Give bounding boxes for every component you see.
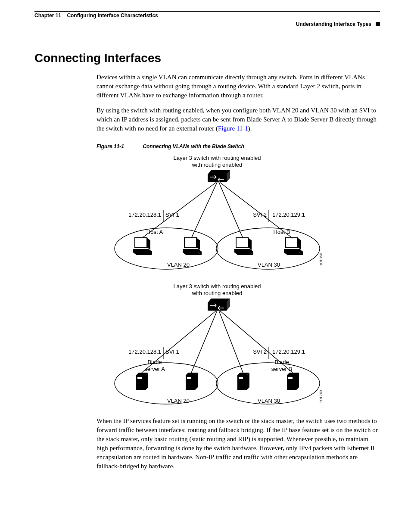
- svg-marker-68: [296, 373, 299, 390]
- paragraph-3: When the IP services feature set is runn…: [97, 417, 380, 471]
- switch-icon: [208, 170, 230, 182]
- d1-title-line1: Layer 3 switch with routing enabled: [173, 155, 261, 161]
- section-breadcrumb: Understanding Interface Types: [296, 21, 371, 27]
- d1-hosta: Host A: [146, 229, 163, 235]
- svg-rect-61: [187, 377, 191, 379]
- computer-icon: [234, 238, 253, 255]
- svg-rect-34: [284, 249, 299, 252]
- svg-rect-57: [137, 377, 142, 379]
- svg-marker-18: [147, 238, 150, 250]
- header-marker-icon: [376, 22, 380, 26]
- server-icon: [186, 373, 198, 390]
- figure-title: Connecting VLANs with the Blade Switch: [143, 143, 244, 149]
- figure-caption: Figure 11-1 Connecting VLANs with the Bl…: [97, 143, 380, 149]
- svg-rect-19: [133, 249, 149, 252]
- d1-svi2: SVI 2: [253, 212, 267, 218]
- svg-rect-27: [236, 238, 248, 247]
- svg-rect-38: [208, 303, 227, 311]
- svg-marker-37: [208, 299, 230, 303]
- figure-diagram-2: Layer 3 switch with routing enabled with…: [97, 282, 380, 411]
- svg-marker-64: [247, 373, 249, 390]
- svg-rect-24: [183, 249, 198, 252]
- svg-marker-23: [196, 238, 200, 250]
- switch-icon: [208, 299, 230, 311]
- d2-vlan30: VLAN 30: [258, 398, 280, 404]
- header-rule: [34, 11, 380, 12]
- computer-icon: [133, 238, 152, 255]
- svg-point-52: [115, 363, 218, 404]
- svg-rect-32: [286, 238, 298, 247]
- d2-ip2: 172.20.129.1: [272, 348, 305, 355]
- svg-marker-0: [208, 170, 230, 174]
- svg-rect-17: [135, 238, 147, 247]
- server-icon: [237, 373, 249, 390]
- document-page: Chapter 11 Configuring Interface Charact…: [0, 0, 411, 532]
- d2-blade-a-1: Blade: [147, 359, 162, 365]
- svg-line-10: [191, 182, 217, 238]
- body-text-block-1: Devices within a single VLAN can communi…: [97, 73, 380, 133]
- body-text-block-2: When the IP services feature set is runn…: [97, 417, 380, 471]
- svg-marker-28: [248, 238, 252, 250]
- server-icon: [287, 373, 299, 390]
- svg-marker-33: [298, 238, 301, 250]
- figure-number: Figure 11-1: [97, 143, 124, 149]
- figure-diagram-1: Layer 3 switch with routing enabled with…: [97, 154, 380, 274]
- section-breadcrumb-row: Understanding Interface Types: [34, 21, 380, 27]
- d2-svi2: SVI 2: [253, 348, 267, 355]
- d2-svi1: SVI 1: [165, 348, 179, 355]
- chapter-label: Chapter 11: [34, 12, 61, 19]
- paragraph-2: By using the switch with routing enabled…: [97, 106, 380, 133]
- chapter-title: Configuring Interface Characteristics: [67, 12, 158, 19]
- d2-blade-a-2: server A: [144, 366, 165, 372]
- d1-title-line2: with routing enabled: [192, 162, 242, 168]
- chapter-line: Chapter 11 Configuring Interface Charact…: [34, 12, 380, 19]
- d1-image-id: 101350: [319, 253, 323, 266]
- svg-marker-56: [146, 373, 148, 390]
- paragraph-1: Devices within a single VLAN can communi…: [97, 73, 380, 100]
- d2-vlan20: VLAN 20: [167, 398, 190, 404]
- svg-rect-65: [239, 377, 243, 379]
- d1-svi1: SVI 1: [165, 212, 179, 218]
- svg-point-15: [115, 228, 218, 269]
- d1-ip1: 172.20.128.1: [128, 212, 161, 218]
- d2-ip1: 172.20.128.1: [128, 348, 161, 355]
- computer-icon: [183, 238, 202, 255]
- figure-link[interactable]: Figure 11-1: [218, 125, 248, 132]
- svg-marker-60: [195, 373, 198, 390]
- d1-vlan20: VLAN 20: [167, 261, 190, 268]
- d2-title-line1: Layer 3 switch with routing enabled: [173, 283, 261, 289]
- d1-hostb: Host B: [273, 229, 290, 235]
- computer-icon: [284, 238, 303, 255]
- svg-rect-22: [184, 238, 196, 247]
- svg-rect-29: [234, 249, 250, 252]
- d2-blade-b-2: server B: [271, 366, 292, 372]
- svg-rect-1: [208, 174, 227, 182]
- svg-line-47: [191, 311, 217, 373]
- d1-vlan30: VLAN 30: [258, 261, 280, 268]
- section-title: Connecting Interfaces: [34, 51, 380, 65]
- d1-ip2: 172.20.129.1: [272, 212, 305, 218]
- server-icon: [136, 373, 148, 390]
- d2-image-id: 201763: [319, 390, 323, 403]
- svg-rect-69: [288, 377, 293, 379]
- d2-title-line2: with routing enabled: [192, 290, 242, 296]
